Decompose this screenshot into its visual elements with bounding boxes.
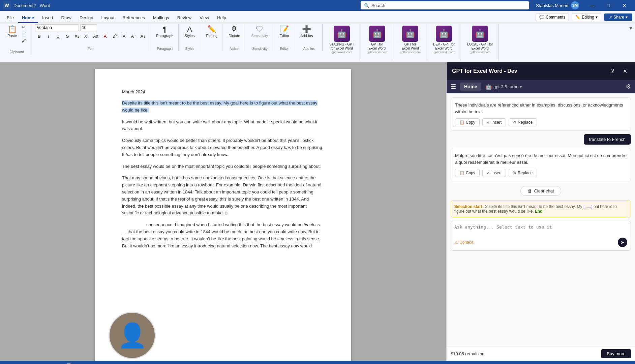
paragraph-1: Despite its title this isn't meant to be… bbox=[122, 100, 324, 114]
replace-button-2[interactable]: ↻ Replace bbox=[509, 169, 537, 177]
video-avatar: 👤 bbox=[109, 312, 156, 359]
font-color-button[interactable]: A bbox=[120, 32, 128, 40]
dev-addin-button[interactable]: 🤖 DEV - GPT forExcel Word gptforwork.com bbox=[430, 24, 457, 55]
bold-button[interactable]: B bbox=[35, 32, 43, 40]
search-bar[interactable]: 🔍 Search bbox=[361, 1, 529, 9]
panel-body: These individuals are referenced either … bbox=[447, 93, 635, 346]
model-selector[interactable]: 🤖 gpt-3.5-turbo ▾ bbox=[485, 84, 522, 90]
translate-button[interactable]: translate to French bbox=[584, 134, 631, 145]
strikethrough-button[interactable]: S bbox=[63, 32, 71, 40]
panel-title: GPT for Excel Word - Dev bbox=[452, 68, 517, 74]
text-color-button[interactable]: A bbox=[101, 32, 109, 40]
avatar: SM bbox=[571, 1, 579, 9]
italic-button[interactable]: I bbox=[44, 32, 53, 40]
local-addin-group: 🤖 LOCAL - GPT forExcel Word gptforwork.c… bbox=[462, 24, 498, 61]
copy-button-1[interactable]: 📋 Copy bbox=[455, 118, 480, 126]
tab-references[interactable]: References bbox=[118, 13, 149, 23]
tab-layout[interactable]: Layout bbox=[97, 13, 118, 23]
decrease-font-button[interactable]: A↓ bbox=[139, 32, 147, 40]
tab-file[interactable]: File bbox=[3, 13, 18, 23]
user-name: Stanislas Marion bbox=[536, 3, 568, 8]
underline-button[interactable]: U bbox=[54, 32, 62, 40]
tab-design[interactable]: Design bbox=[75, 13, 97, 23]
cut-button[interactable]: ✂ bbox=[20, 24, 28, 30]
settings-button[interactable]: ⚙ bbox=[626, 83, 631, 90]
editing-ribbon-button[interactable]: ✏️ Editing bbox=[204, 24, 220, 39]
tab-insert[interactable]: Insert bbox=[38, 13, 57, 23]
insert-button-1[interactable]: ✓ Insert bbox=[482, 118, 506, 126]
selection-end-label: End bbox=[535, 209, 543, 214]
share-button[interactable]: ↗ Share ▾ bbox=[604, 13, 632, 21]
insert-icon-2: ✓ bbox=[487, 171, 490, 175]
buy-more-button[interactable]: Buy more bbox=[601, 349, 631, 358]
panel-header: GPT for Excel Word - Dev ⊻ ✕ bbox=[447, 62, 635, 80]
minimize-button[interactable]: — bbox=[584, 0, 600, 11]
paragraph-group: ¶ Paragraph Paragraph bbox=[151, 24, 178, 51]
copy-button[interactable]: 📄 bbox=[20, 31, 28, 37]
send-icon: ➤ bbox=[621, 240, 625, 245]
dev-addin-icon: 🤖 bbox=[436, 26, 452, 42]
ribbon-content: 📋 Paste ✂ 📄 🖌 Clipboard B I U S X₂ bbox=[0, 23, 635, 62]
styles-button[interactable]: A Styles bbox=[183, 24, 197, 39]
insert-icon-1: ✓ bbox=[487, 120, 490, 125]
insert-button-2[interactable]: ✓ Insert bbox=[482, 169, 506, 177]
addins-button[interactable]: ➕ Add-ins bbox=[298, 24, 315, 39]
chat-message-1: These individuals are referenced either … bbox=[451, 97, 631, 131]
tab-home[interactable]: Home bbox=[18, 13, 38, 23]
selection-info: Selection start Despite its title this i… bbox=[451, 201, 631, 217]
document-date: March 2024 bbox=[122, 89, 324, 94]
close-button[interactable]: ✕ bbox=[617, 0, 632, 11]
tab-view[interactable]: View bbox=[195, 13, 213, 23]
font-group-label: Font bbox=[32, 47, 150, 51]
panel-close-button[interactable]: ✕ bbox=[620, 66, 630, 76]
copy-icon-2: 📋 bbox=[459, 171, 464, 175]
subscript-button[interactable]: X₂ bbox=[73, 32, 81, 40]
local-addin-button[interactable]: 🤖 LOCAL - GPT forExcel Word gptforwork.c… bbox=[464, 24, 495, 55]
panel-collapse-button[interactable]: ⊻ bbox=[608, 66, 617, 76]
clipboard-label: Clipboard bbox=[3, 50, 31, 55]
gpt-addin-icon1: 🤖 bbox=[369, 26, 385, 42]
staging-addin-button[interactable]: 🤖 STAGING - GPTfor Excel Word gptforwork… bbox=[327, 24, 357, 55]
clear-format-button[interactable]: Aa bbox=[92, 32, 100, 40]
font-size-input[interactable] bbox=[80, 24, 97, 31]
panel-home-tab[interactable]: Home bbox=[460, 83, 481, 91]
warning-icon: ⚠ bbox=[454, 240, 458, 245]
tab-review[interactable]: Review bbox=[173, 13, 196, 23]
editing-label bbox=[202, 51, 222, 51]
paragraph-3: Obviously some topics would be better th… bbox=[122, 137, 324, 158]
paste-button[interactable]: 📋 Paste bbox=[5, 24, 19, 39]
format-painter-button[interactable]: 🖌 bbox=[20, 38, 28, 44]
panel-footer: $19.05 remaining Buy more bbox=[447, 346, 635, 361]
ribbon-expand-icon[interactable]: ▾ bbox=[629, 24, 632, 32]
dictate-button[interactable]: 🎙 Dictate bbox=[226, 24, 242, 39]
maximize-button[interactable]: □ bbox=[601, 0, 616, 11]
tab-mailings[interactable]: Mailings bbox=[149, 13, 173, 23]
superscript-button[interactable]: X² bbox=[82, 32, 90, 40]
tab-draw[interactable]: Draw bbox=[57, 13, 75, 23]
increase-font-button[interactable]: A↑ bbox=[129, 32, 138, 40]
dev-addin-group: 🤖 DEV - GPT forExcel Word gptforwork.com bbox=[428, 24, 460, 61]
editor-group: 📝 Editor Editor bbox=[275, 24, 294, 51]
chat-input[interactable] bbox=[454, 224, 627, 235]
editor-button[interactable]: 📝 Editor bbox=[277, 24, 291, 39]
editing-button[interactable]: ✏️ Editing ▾ bbox=[572, 13, 601, 21]
document-page[interactable]: March 2024 Despite its title this isn't … bbox=[95, 69, 351, 361]
robot-icon: 🤖 bbox=[485, 84, 492, 90]
replace-button-1[interactable]: ↻ Replace bbox=[509, 118, 537, 126]
tab-help[interactable]: Help bbox=[213, 13, 230, 23]
comments-button[interactable]: 💬 Comments bbox=[536, 13, 569, 21]
local-addin-icon: 🤖 bbox=[472, 26, 488, 42]
panel-menu-button[interactable]: ☰ bbox=[451, 83, 456, 90]
highlight-button[interactable]: 🖊 bbox=[111, 32, 119, 40]
gpt-addin-button2[interactable]: 🤖 GPT forExcel Word gptforwork.com bbox=[397, 24, 423, 55]
gpt-addin-button1[interactable]: 🤖 GPT forExcel Word gptforwork.com bbox=[364, 24, 390, 55]
copy-button-2[interactable]: 📋 Copy bbox=[455, 169, 480, 177]
window-controls: — □ ✕ bbox=[584, 0, 632, 11]
font-family-input[interactable] bbox=[35, 24, 79, 31]
replace-icon-1: ↻ bbox=[513, 120, 516, 125]
sensitivity-button[interactable]: 🛡 Sensitivity bbox=[249, 24, 270, 39]
word-logo: W bbox=[3, 1, 11, 9]
paragraph-button[interactable]: ¶ Paragraph bbox=[154, 24, 175, 39]
clear-chat-button[interactable]: 🗑 Clear chat bbox=[520, 186, 561, 196]
send-button[interactable]: ➤ bbox=[618, 238, 627, 247]
